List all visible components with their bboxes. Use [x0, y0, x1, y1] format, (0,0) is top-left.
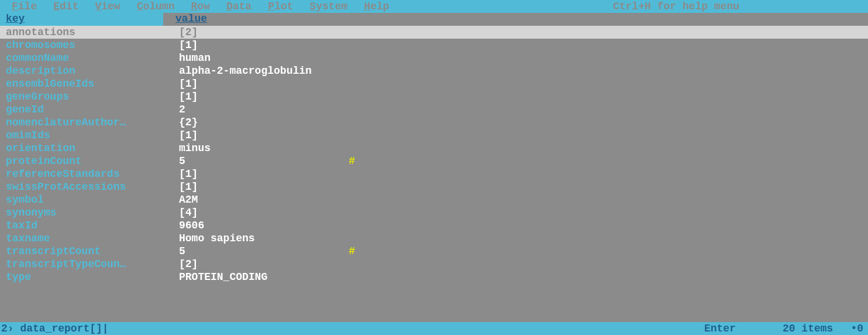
key-cell: geneGroups	[0, 91, 163, 102]
table-row[interactable]: transcriptCount5#	[0, 245, 868, 258]
status-command[interactable]: data_report[]	[20, 323, 102, 334]
value-cell: alpha-2-macroglobulin	[167, 65, 347, 77]
menu-help[interactable]: Help	[364, 1, 389, 12]
menu-system[interactable]: System	[309, 1, 347, 12]
key-cell: annotations	[0, 26, 163, 38]
table-row[interactable]: orientationminus	[0, 142, 868, 155]
key-cell: swissProtAccessions	[0, 181, 163, 193]
table-row[interactable]: referenceStandards[1]	[0, 168, 868, 180]
value-cell: {2}	[167, 117, 347, 128]
menu-file[interactable]: File	[12, 1, 37, 12]
menu-edit[interactable]: Edit	[53, 1, 78, 12]
value-cell: [1]	[167, 39, 347, 51]
value-cell: 9606	[167, 220, 347, 231]
table-row[interactable]: transcriptTypeCoun…[2]	[0, 258, 868, 271]
table-row[interactable]: synonyms[4]	[0, 206, 868, 219]
status-level: 2›	[1, 323, 14, 334]
table-row[interactable]: annotations[2]	[0, 26, 868, 39]
table-row[interactable]: nomenclatureAuthor…{2}	[0, 116, 868, 129]
value-cell: [1]	[167, 129, 347, 141]
table-row[interactable]: symbolA2M	[0, 193, 868, 206]
key-cell: ensemblGeneIds	[0, 78, 163, 90]
key-cell: orientation	[0, 142, 163, 154]
menu-bar: File Edit View Column Row Data Plot Syst…	[0, 0, 868, 13]
value-cell: 5	[167, 155, 347, 167]
key-cell: symbol	[0, 194, 163, 206]
value-cell: PROTEIN_CODING	[167, 271, 347, 283]
menu-row[interactable]: Row	[191, 1, 209, 12]
column-header-value[interactable]: value	[163, 13, 356, 26]
table-row[interactable]: commonNamehuman	[0, 52, 868, 64]
status-key-hint: Enter	[704, 323, 736, 334]
value-cell: 5	[167, 245, 347, 257]
key-cell: transcriptCount	[0, 245, 163, 257]
value-cell: minus	[167, 142, 347, 154]
key-cell: commonName	[0, 52, 163, 64]
table-row[interactable]: taxId9606	[0, 219, 868, 232]
type-marker: #	[347, 245, 355, 257]
column-header-row: key value	[0, 13, 868, 26]
value-cell: [1]	[167, 78, 347, 90]
value-cell: human	[167, 52, 347, 64]
key-cell: geneId	[0, 104, 163, 115]
help-hint: Ctrl+H for help menu	[613, 1, 739, 12]
value-cell: [1]	[167, 91, 347, 102]
table-row[interactable]: taxnameHomo sapiens	[0, 232, 868, 245]
menu-view[interactable]: View	[95, 1, 120, 12]
key-cell: taxname	[0, 233, 163, 244]
type-marker: #	[347, 155, 355, 167]
table-row[interactable]: ensemblGeneIds[1]	[0, 77, 868, 90]
status-item-count: 20 items	[783, 323, 833, 334]
column-header-key[interactable]: key	[0, 13, 163, 26]
value-cell: [1]	[167, 181, 347, 193]
cursor-icon: |	[102, 323, 109, 334]
table-row[interactable]: typePROTEIN_CODING	[0, 271, 868, 283]
key-cell: nomenclatureAuthor…	[0, 117, 163, 128]
key-cell: proteinCount	[0, 155, 163, 167]
menu-data[interactable]: Data	[226, 1, 252, 12]
table-row[interactable]: geneGroups[1]	[0, 90, 868, 103]
key-cell: referenceStandards	[0, 168, 163, 180]
value-cell: [1]	[167, 168, 347, 180]
status-selection-count: •0	[850, 323, 863, 334]
table-row[interactable]: descriptionalpha-2-macroglobulin	[0, 64, 868, 77]
value-cell: [4]	[167, 207, 347, 218]
key-cell: chromosomes	[0, 39, 163, 51]
table-row[interactable]: geneId2	[0, 103, 868, 116]
table-row[interactable]: chromosomes[1]	[0, 39, 868, 52]
key-cell: taxId	[0, 220, 163, 231]
menu-plot[interactable]: Plot	[268, 1, 293, 12]
value-cell: [2]	[167, 258, 347, 270]
value-cell: A2M	[167, 194, 347, 206]
key-cell: omimIds	[0, 129, 163, 141]
value-cell: Homo sapiens	[167, 233, 347, 244]
table-row[interactable]: swissProtAccessions[1]	[0, 180, 868, 193]
key-cell: transcriptTypeCoun…	[0, 258, 163, 270]
table-row[interactable]: omimIds[1]	[0, 129, 868, 142]
table-row[interactable]: proteinCount5#	[0, 155, 868, 168]
value-cell: [2]	[167, 26, 347, 38]
value-cell: 2	[167, 104, 347, 115]
menu-column[interactable]: Column	[137, 1, 175, 12]
status-bar: 2› data_report[] | Enter 20 items•0	[0, 322, 868, 335]
key-cell: type	[0, 271, 163, 283]
key-cell: synonyms	[0, 207, 163, 218]
data-table: annotations[2]chromosomes[1]commonNamehu…	[0, 26, 868, 283]
key-cell: description	[0, 65, 163, 77]
